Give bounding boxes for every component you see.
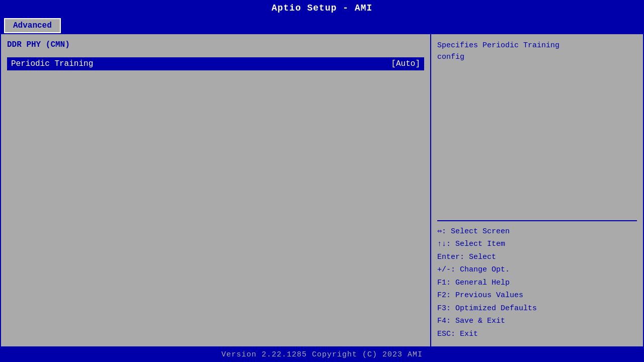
tab-advanced[interactable]: Advanced xyxy=(4,18,61,33)
divider xyxy=(437,220,637,221)
key-hint-item: F2: Previous Values xyxy=(437,289,637,302)
key-hint-item: ⇔: Select Screen xyxy=(437,225,637,238)
key-hint-item: F4: Save & Exit xyxy=(437,315,637,328)
help-text: Specifies Periodic Training config xyxy=(437,40,637,216)
app: Aptio Setup - AMI Advanced DDR PHY (CMN)… xyxy=(0,0,644,362)
left-panel: DDR PHY (CMN) Periodic Training [Auto] xyxy=(1,34,431,346)
right-panel: Specifies Periodic Training config ⇔: Se… xyxy=(431,34,643,346)
footer-text: Version 2.22.1285 Copyright (C) 2023 AMI xyxy=(221,350,423,359)
key-hint-item: ↑↓: Select Item xyxy=(437,238,637,251)
key-hint-item: ESC: Exit xyxy=(437,328,637,341)
key-hints: ⇔: Select Screen↑↓: Select ItemEnter: Se… xyxy=(437,225,637,341)
footer: Version 2.22.1285 Copyright (C) 2023 AMI xyxy=(0,347,644,362)
key-hint-item: F3: Optimized Defaults xyxy=(437,302,637,315)
header-title: Aptio Setup - AMI xyxy=(272,3,373,13)
periodic-training-row[interactable]: Periodic Training [Auto] xyxy=(7,57,424,70)
tab-bar: Advanced xyxy=(0,16,644,33)
section-title: DDR PHY (CMN) xyxy=(7,40,424,49)
periodic-training-value: [Auto] xyxy=(391,59,420,68)
key-hint-item: Enter: Select xyxy=(437,251,637,264)
key-hint-item: +/-: Change Opt. xyxy=(437,263,637,277)
header-bar: Aptio Setup - AMI xyxy=(0,0,644,16)
periodic-training-label: Periodic Training xyxy=(11,59,391,68)
main-content: DDR PHY (CMN) Periodic Training [Auto] S… xyxy=(0,33,644,347)
key-hint-item: F1: General Help xyxy=(437,277,637,290)
